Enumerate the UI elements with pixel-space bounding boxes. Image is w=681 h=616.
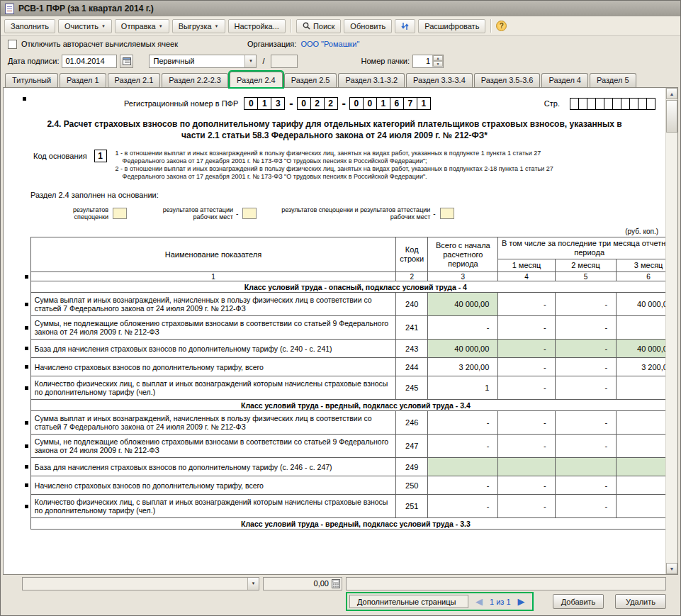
basis-option-checkbox[interactable] xyxy=(440,208,454,219)
decrypt-button[interactable]: Расшифровать xyxy=(418,19,485,33)
clear-button[interactable]: Очистить▼ xyxy=(58,19,112,33)
title-bar[interactable]: РСВ-1 ПФР (за 1 квартал 2014 г.) xyxy=(1,1,680,16)
basis-code-cell[interactable]: 1 xyxy=(94,150,107,162)
value-cell[interactable]: - xyxy=(498,376,555,400)
basis-option-checkbox[interactable] xyxy=(242,208,257,219)
value-cell[interactable] xyxy=(428,458,498,476)
dropdown-button[interactable]: ▼ xyxy=(244,55,256,67)
reg-digit-cell[interactable]: 1 xyxy=(376,97,390,110)
send-button[interactable]: Отправка▼ xyxy=(115,19,169,33)
autocalc-checkbox[interactable] xyxy=(8,40,17,49)
value-cell[interactable]: 40 000,00 xyxy=(428,340,498,358)
value-cell[interactable]: - xyxy=(498,340,555,358)
value-cell[interactable]: - xyxy=(555,376,617,400)
value-cell[interactable]: - xyxy=(555,495,617,518)
next-page-button[interactable]: ▶ xyxy=(518,597,525,606)
tab-раздел-2-1[interactable]: Раздел 2.1 xyxy=(108,73,161,87)
exchange-button[interactable] xyxy=(395,19,415,33)
basis-option-checkbox[interactable] xyxy=(113,208,127,219)
tab-титульный[interactable]: Титульный xyxy=(5,73,58,87)
value-cell[interactable]: - xyxy=(428,476,498,495)
tab-раздел-5[interactable]: Раздел 5 xyxy=(590,73,636,87)
value-cell[interactable]: 3 200,00 xyxy=(428,358,498,376)
reg-digit-cell[interactable]: 3 xyxy=(271,97,285,110)
previous-page-button[interactable]: ◀ xyxy=(475,597,483,606)
value-cell[interactable]: - xyxy=(617,435,665,458)
value-cell[interactable]: - xyxy=(498,495,555,518)
footer-amount-field[interactable]: 0,00 xyxy=(263,577,342,590)
value-cell[interactable]: - xyxy=(617,411,665,435)
add-page-button[interactable]: Добавить xyxy=(553,594,604,609)
tab-раздел-3-3-3-4[interactable]: Раздел 3.3-3.4 xyxy=(406,73,473,87)
value-cell[interactable]: - xyxy=(498,293,555,316)
refresh-button[interactable]: Обновить xyxy=(344,19,392,33)
organization-link[interactable]: ООО "Ромашки" xyxy=(300,40,359,48)
reg-digit-cell[interactable]: 0 xyxy=(349,97,364,110)
value-cell[interactable]: - xyxy=(498,411,555,435)
scroll-down-button[interactable]: ▼ xyxy=(666,563,677,574)
fill-button[interactable]: Заполнить xyxy=(4,19,55,33)
help-icon[interactable]: ? xyxy=(496,21,507,31)
value-cell[interactable]: - xyxy=(555,316,617,340)
calendar-button[interactable] xyxy=(120,55,133,68)
value-cell[interactable]: - xyxy=(498,476,555,495)
value-cell[interactable]: - xyxy=(555,358,617,376)
value-cell[interactable]: - xyxy=(617,316,665,340)
reg-digit-cell[interactable]: 7 xyxy=(403,97,417,110)
tab-раздел-2-4[interactable]: Раздел 2.4 xyxy=(230,72,283,87)
value-cell[interactable]: - xyxy=(617,476,665,495)
export-button[interactable]: Выгрузка▼ xyxy=(172,19,225,33)
value-cell[interactable]: 1 xyxy=(428,376,498,400)
reg-digit-cell[interactable]: 0 xyxy=(297,97,311,110)
value-cell[interactable]: 3 200,00 xyxy=(617,358,665,376)
value-cell[interactable]: - xyxy=(555,293,617,316)
reg-digit-cell[interactable]: 1 xyxy=(417,97,431,110)
reg-digit-cell[interactable]: 6 xyxy=(390,97,404,110)
report-kind-select[interactable]: Первичный ▼ xyxy=(149,55,257,68)
tab-раздел-3-5-3-6[interactable]: Раздел 3.5-3.6 xyxy=(474,73,541,87)
value-cell[interactable]: 40 000,00 xyxy=(617,340,665,358)
value-cell[interactable]: - xyxy=(498,435,555,458)
tab-раздел-4[interactable]: Раздел 4 xyxy=(541,73,588,87)
vertical-scrollbar[interactable]: ▲ ▼ xyxy=(665,88,677,574)
reg-digit-cell[interactable]: 0 xyxy=(244,97,258,110)
value-cell[interactable]: - xyxy=(617,495,665,518)
calculator-icon[interactable] xyxy=(332,579,340,588)
tab-раздел-1[interactable]: Раздел 1 xyxy=(60,73,106,87)
spin-up-button[interactable]: ▲ xyxy=(433,55,443,61)
value-cell[interactable]: - xyxy=(498,316,555,340)
tab-раздел-2-5[interactable]: Раздел 2.5 xyxy=(284,73,337,87)
reg-digit-cell[interactable]: 2 xyxy=(310,97,325,110)
value-cell[interactable] xyxy=(617,458,665,476)
settings-button[interactable]: Настройка... xyxy=(228,19,286,33)
reg-digit-cell[interactable]: 0 xyxy=(363,97,377,110)
value-cell[interactable]: - xyxy=(555,340,617,358)
tab-раздел-2-2-2-3[interactable]: Раздел 2.2-2.3 xyxy=(162,73,228,87)
search-button[interactable]: Поиск xyxy=(296,19,341,33)
footer-combo[interactable]: ▼ xyxy=(22,577,259,590)
value-cell[interactable]: - xyxy=(428,316,498,340)
tab-раздел-3-1-3-2[interactable]: Раздел 3.1-3.2 xyxy=(338,73,405,87)
delete-page-button[interactable]: Удалить xyxy=(615,594,666,609)
value-cell[interactable]: - xyxy=(498,358,555,376)
correction-number-field[interactable] xyxy=(271,55,298,68)
value-cell[interactable]: - xyxy=(428,411,498,435)
scroll-thumb[interactable] xyxy=(666,100,677,133)
value-cell[interactable]: - xyxy=(428,495,498,518)
scroll-up-button[interactable]: ▲ xyxy=(666,88,677,99)
date-input[interactable] xyxy=(62,55,117,68)
value-cell[interactable]: - xyxy=(555,435,617,458)
spin-down-button[interactable]: ▼ xyxy=(433,61,443,67)
value-cell[interactable]: 40 000,00 xyxy=(428,293,498,316)
reg-digit-cell[interactable]: 2 xyxy=(324,97,338,110)
value-cell[interactable]: 40 000,00 xyxy=(617,293,665,316)
value-cell[interactable]: - xyxy=(428,435,498,458)
value-cell[interactable]: - xyxy=(555,476,617,495)
dropdown-button[interactable]: ▼ xyxy=(247,578,259,590)
value-cell[interactable]: - xyxy=(555,411,617,435)
footer-comment-field[interactable] xyxy=(346,577,666,590)
reg-digit-cell[interactable]: 1 xyxy=(257,97,271,110)
batch-number-input[interactable]: 1 ▲ ▼ xyxy=(412,55,444,68)
value-cell[interactable] xyxy=(555,458,617,476)
value-cell[interactable]: 1 xyxy=(617,376,665,400)
